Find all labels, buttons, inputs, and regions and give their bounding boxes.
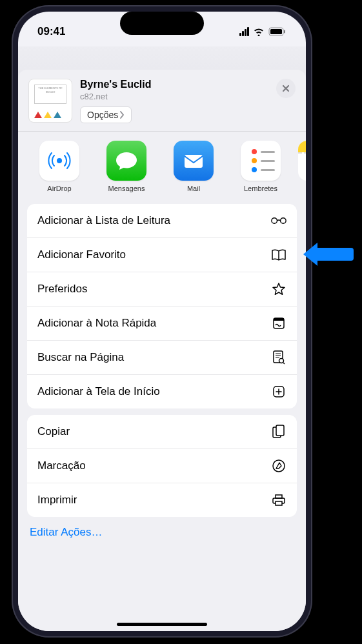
svg-point-5 <box>272 218 277 224</box>
action-print[interactable]: Imprimir <box>27 483 297 517</box>
svg-rect-4 <box>185 155 203 168</box>
app-reminders[interactable]: Lembretes <box>227 141 294 192</box>
action-find-label: Buscar na Página <box>37 351 124 364</box>
app-notes[interactable] <box>292 141 306 192</box>
note-icon <box>271 316 287 331</box>
svg-point-6 <box>281 218 287 224</box>
svg-rect-13 <box>276 425 284 436</box>
action-bookmark[interactable]: Adicionar Favorito <box>27 238 297 272</box>
plus-square-icon <box>271 384 287 399</box>
mail-icon <box>174 141 214 181</box>
svg-point-14 <box>273 460 285 472</box>
action-favorites-label: Preferidos <box>37 283 87 296</box>
battery-icon <box>268 27 287 36</box>
notes-icon <box>298 141 306 181</box>
thumb-title: THE ELEMENTS OF EUCLID <box>34 85 66 104</box>
close-button[interactable] <box>276 79 296 98</box>
page-thumbnail: THE ELEMENTS OF EUCLID <box>28 79 72 123</box>
home-indicator[interactable] <box>117 623 207 626</box>
app-mail-label: Mail <box>187 185 200 192</box>
app-airdrop-label: AirDrop <box>47 185 71 192</box>
app-messages-label: Mensagens <box>108 185 145 192</box>
action-reading-list-label: Adicionar à Lista de Leitura <box>37 214 170 227</box>
action-favorites[interactable]: Preferidos <box>27 272 297 307</box>
action-quick-note-label: Adicionar à Nota Rápida <box>37 317 156 330</box>
copy-icon <box>271 424 287 439</box>
markup-icon <box>271 458 287 474</box>
options-button[interactable]: Opções <box>80 106 132 123</box>
cellular-icon <box>239 27 249 36</box>
action-print-label: Imprimir <box>37 494 77 507</box>
share-sheet: THE ELEMENTS OF EUCLID Byrne's Euclid c8… <box>18 70 306 631</box>
action-reading-list[interactable]: Adicionar à Lista de Leitura <box>27 204 297 238</box>
action-home-screen[interactable]: Adicionar à Tela de Início <box>27 375 297 408</box>
wifi-icon <box>253 27 265 36</box>
status-icons <box>239 27 287 36</box>
glasses-icon <box>271 213 287 228</box>
edit-actions-label: Editar Ações… <box>30 526 102 538</box>
status-time: 09:41 <box>37 25 65 38</box>
action-home-label: Adicionar à Tela de Início <box>37 385 160 398</box>
screen: 09:41 THE ELEMENTS OF EUCLID <box>18 12 306 631</box>
actions-group-2: Copiar Marcação Imprimir <box>27 415 297 517</box>
star-icon <box>271 281 287 297</box>
app-airdrop[interactable]: AirDrop <box>26 141 93 192</box>
svg-rect-1 <box>270 29 282 34</box>
svg-point-10 <box>279 359 284 363</box>
svg-rect-8 <box>274 318 284 321</box>
share-title: Byrne's Euclid <box>80 79 296 90</box>
share-subtitle: c82.net <box>80 92 296 101</box>
actions-group-1: Adicionar à Lista de Leitura Adicionar F… <box>27 204 297 408</box>
doc-search-icon <box>271 350 287 365</box>
messages-icon <box>106 141 146 181</box>
airdrop-icon <box>39 141 79 181</box>
dynamic-island <box>120 12 204 35</box>
options-button-label: Opções <box>87 110 118 120</box>
action-markup-label: Marcação <box>37 459 86 472</box>
action-copy[interactable]: Copiar <box>27 415 297 449</box>
edit-actions-row[interactable]: Editar Ações… <box>18 517 306 552</box>
action-quick-note[interactable]: Adicionar à Nota Rápida <box>27 307 297 341</box>
action-markup[interactable]: Marcação <box>27 449 297 483</box>
action-bookmark-label: Adicionar Favorito <box>37 248 126 261</box>
svg-rect-16 <box>276 495 282 498</box>
action-find-on-page[interactable]: Buscar na Página <box>27 341 297 375</box>
action-copy-label: Copiar <box>37 425 70 438</box>
chevron-right-icon <box>119 111 125 119</box>
reminders-icon <box>241 141 281 181</box>
svg-rect-17 <box>276 501 282 505</box>
close-icon <box>282 85 290 92</box>
device-frame: 09:41 THE ELEMENTS OF EUCLID <box>12 5 312 638</box>
print-icon <box>271 492 287 508</box>
svg-point-3 <box>57 158 62 163</box>
app-row[interactable]: AirDrop Mensagens Mail <box>18 132 306 197</box>
callout-arrow <box>303 243 354 266</box>
app-reminders-label: Lembretes <box>244 185 277 192</box>
app-mail[interactable]: Mail <box>160 141 227 192</box>
svg-rect-2 <box>284 30 285 34</box>
sheet-header: THE ELEMENTS OF EUCLID Byrne's Euclid c8… <box>18 70 306 131</box>
book-icon <box>271 247 287 263</box>
app-messages[interactable]: Mensagens <box>93 141 160 192</box>
